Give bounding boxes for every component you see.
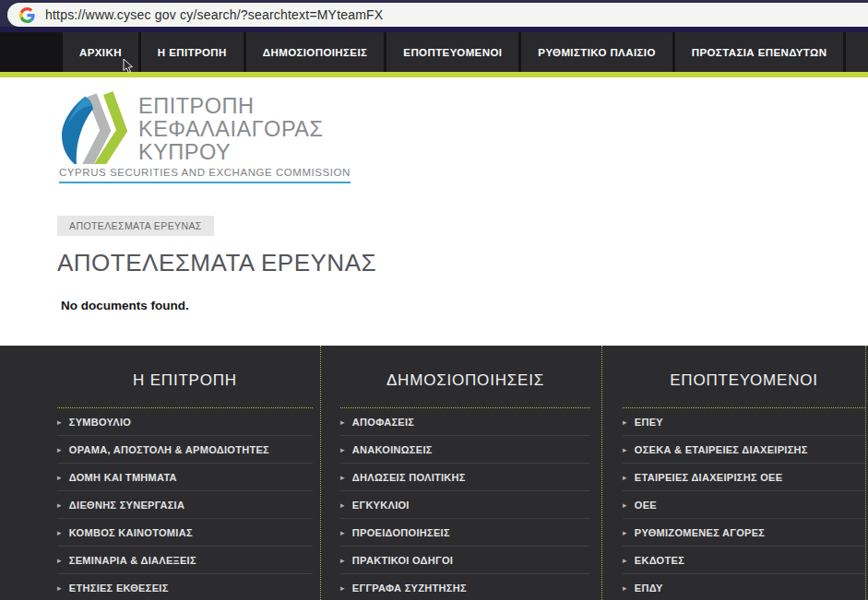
mouse-cursor-icon — [122, 58, 134, 74]
footer-link-label: ΕΠΔΥ — [635, 582, 663, 594]
footer-link-label: ΕΤΗΣΙΕΣ ΕΚΘΕΣΕΙΣ — [69, 582, 169, 594]
footer-link[interactable]: ▸ΕΓΓΡΑΦΑ ΣΥΖΗΤΗΣΗΣ — [340, 574, 590, 600]
bullet-arrow-icon: ▸ — [340, 418, 345, 427]
footer-heading: Η ΕΠΙΤΡΟΠΗ — [57, 371, 313, 390]
bullet-arrow-icon: ▸ — [57, 583, 62, 593]
footer-heading: ΕΠΟΠΤΕΥΟΜΕΝΟΙ — [623, 371, 865, 390]
nav-item-investor-protection[interactable]: ΠΡΟΣΤΑΣΙΑ ΕΠΕΝΔΥΤΩΝ — [675, 32, 844, 72]
browser-chrome: https://www.cysec gov cy/search/?searcht… — [0, 0, 868, 32]
footer-link[interactable]: ▸ΠΡΟΕΙΔΟΠΟΙΗΣΕΙΣ — [340, 519, 590, 547]
footer-link-label: ΕΓΚΥΚΛΙΟΙ — [352, 500, 410, 511]
bullet-arrow-icon: ▸ — [623, 473, 627, 482]
footer-link-label: ΕΓΓΡΑΦΑ ΣΥΖΗΤΗΣΗΣ — [352, 582, 467, 594]
footer-link[interactable]: ▸ΕΚΔΟΤΕΣ — [623, 547, 865, 574]
bullet-arrow-icon: ▸ — [340, 583, 345, 593]
main-content: ΕΠΙΤΡΟΠΗ ΚΕΦΑΛΑΙΑΓΟΡΑΣ ΚΥΠΡΟΥ CYPRUS SEC… — [0, 77, 868, 346]
footer-link-label: ΔΟΜΗ ΚΑΙ ΤΜΗΜΑΤΑ — [69, 472, 177, 483]
footer-link-label: ΠΡΟΕΙΔΟΠΟΙΗΣΕΙΣ — [352, 527, 450, 538]
footer-link[interactable]: ▸ΑΝΑΚΟΙΝΩΣΕΙΣ — [340, 436, 590, 464]
footer-column-commission: Η ΕΠΙΤΡΟΠΗ ▸ΣΥΜΒΟΥΛΙΟ ▸ΟΡΑΜΑ, ΑΠΟΣΤΟΛΗ &… — [0, 346, 321, 600]
bullet-arrow-icon: ▸ — [623, 583, 627, 593]
footer-link[interactable]: ▸ΟΕΕ — [623, 491, 865, 519]
footer-link-label: ΕΠΕΥ — [635, 417, 663, 428]
nav-item-regulatory-framework[interactable]: ΡΥΘΜΙΣΤΙΚΟ ΠΛΑΙΣΙΟ — [521, 32, 672, 72]
logo-title: ΕΠΙΤΡΟΠΗ ΚΕΦΑΛΑΙΑΓΟΡΑΣ ΚΥΠΡΟΥ — [138, 95, 324, 164]
footer-heading: ΔΗΜΟΣΙΟΠΟΙΗΣΕΙΣ — [340, 371, 590, 390]
footer-link[interactable]: ▸ΟΣΕΚΑ & ΕΤΑΙΡΕΙΕΣ ΔΙΑΧΕΙΡΙΣΗΣ — [623, 436, 865, 464]
footer-link-label: ΔΗΛΩΣΕΙΣ ΠΟΛΙΤΙΚΗΣ — [352, 472, 466, 483]
footer-link[interactable]: ▸ΑΠΟΦΑΣΕΙΣ — [340, 408, 590, 436]
logo-title-line3: ΚΥΠΡΟΥ — [138, 141, 324, 164]
url-text[interactable]: https://www.cysec gov cy/search/?searcht… — [45, 7, 383, 22]
nav-item-regulated-entities[interactable]: ΕΠΟΠΤΕΥΟΜΕΝΟΙ — [386, 32, 518, 72]
nav-item-publications[interactable]: ΔΗΜΟΣΙΟΠΟΙΗΣΕΙΣ — [246, 32, 385, 72]
page-title: ΑΠΟΤΕΛΕΣΜΑΤΑ ΕΡΕΥΝΑΣ — [57, 249, 376, 277]
bullet-arrow-icon: ▸ — [57, 418, 62, 427]
bullet-arrow-icon: ▸ — [623, 500, 627, 510]
no-results-message: No documents found. — [61, 299, 189, 312]
footer-link[interactable]: ▸ΕΓΚΥΚΛΙΟΙ — [340, 491, 590, 519]
footer-link-label: ΔΙΕΘΝΗΣ ΣΥΝΕΡΓΑΣΙΑ — [69, 500, 184, 511]
nav-spacer — [846, 32, 868, 72]
footer: Η ΕΠΙΤΡΟΠΗ ▸ΣΥΜΒΟΥΛΙΟ ▸ΟΡΑΜΑ, ΑΠΟΣΤΟΛΗ &… — [0, 346, 868, 600]
footer-link[interactable]: ▸ΟΡΑΜΑ, ΑΠΟΣΤΟΛΗ & ΑΡΜΟΔΙΟΤΗΤΕΣ — [57, 436, 313, 464]
footer-link[interactable]: ▸ΔΟΜΗ ΚΑΙ ΤΜΗΜΑΤΑ — [57, 464, 313, 491]
footer-link[interactable]: ▸ΕΤΗΣΙΕΣ ΕΚΘΕΣΕΙΣ — [57, 574, 313, 600]
footer-link[interactable]: ▸ΡΥΘΜΙΖΟΜΕΝΕΣ ΑΓΟΡΕΣ — [623, 519, 865, 547]
breadcrumb: ΑΠΟΤΕΛΕΣΜΑΤΑ ΕΡΕΥΝΑΣ — [57, 216, 214, 236]
bullet-arrow-icon: ▸ — [623, 556, 627, 565]
bullet-arrow-icon: ▸ — [57, 445, 62, 454]
footer-link-label: ΟΡΑΜΑ, ΑΠΟΣΤΟΛΗ & ΑΡΜΟΔΙΟΤΗΤΕΣ — [69, 444, 269, 455]
footer-link-label: ΠΡΑΚΤΙΚΟΙ ΟΔΗΓΟΙ — [352, 555, 453, 566]
footer-link-label: ΕΚΔΟΤΕΣ — [635, 555, 684, 566]
cysec-logo-mark — [59, 90, 127, 164]
footer-link-label: ΡΥΘΜΙΖΟΜΕΝΕΣ ΑΓΟΡΕΣ — [635, 527, 765, 538]
address-bar[interactable]: https://www.cysec gov cy/search/?searcht… — [7, 3, 868, 27]
bullet-arrow-icon: ▸ — [623, 418, 627, 427]
bullet-arrow-icon: ▸ — [623, 445, 627, 454]
bullet-arrow-icon: ▸ — [623, 528, 627, 537]
footer-link-label: ΟΣΕΚΑ & ΕΤΑΙΡΕΙΕΣ ΔΙΑΧΕΙΡΙΣΗΣ — [635, 444, 808, 455]
footer-link[interactable]: ▸ΣΥΜΒΟΥΛΙΟ — [57, 408, 313, 436]
bullet-arrow-icon: ▸ — [340, 473, 345, 482]
footer-link[interactable]: ▸ΚΟΜΒΟΣ ΚΑΙΝΟΤΟΜΙΑΣ — [57, 519, 313, 547]
footer-link-label: ΑΝΑΚΟΙΝΩΣΕΙΣ — [352, 444, 433, 455]
footer-link[interactable]: ▸ΣΕΜΙΝΑΡΙΑ & ΔΙΑΛΕΞΕΙΣ — [57, 547, 313, 574]
logo-title-line2: ΚΕΦΑΛΑΙΑΓΟΡΑΣ — [138, 118, 324, 141]
footer-link[interactable]: ▸ΔΙΕΘΝΗΣ ΣΥΝΕΡΓΑΣΙΑ — [57, 491, 313, 519]
nav-item-commission[interactable]: Η ΕΠΙΤΡΟΠΗ — [141, 32, 244, 72]
footer-link-label: ΣΕΜΙΝΑΡΙΑ & ΔΙΑΛΕΞΕΙΣ — [69, 555, 196, 566]
bullet-arrow-icon: ▸ — [57, 556, 62, 565]
footer-link[interactable]: ▸ΔΗΛΩΣΕΙΣ ΠΟΛΙΤΙΚΗΣ — [340, 464, 590, 491]
footer-link-label: ΑΠΟΦΑΣΕΙΣ — [352, 417, 414, 428]
google-g-icon — [19, 7, 35, 23]
bullet-arrow-icon: ▸ — [57, 528, 62, 537]
logo-title-line1: ΕΠΙΤΡΟΠΗ — [138, 95, 324, 118]
footer-link-label: ΣΥΜΒΟΥΛΙΟ — [69, 417, 131, 428]
footer-link[interactable]: ▸ΕΤΑΙΡΕΙΕΣ ΔΙΑΧΕΙΡΙΣΗΣ ΟΕΕ — [623, 464, 865, 491]
bullet-arrow-icon: ▸ — [340, 500, 345, 510]
logo-subtitle: CYPRUS SECURITIES AND EXCHANGE COMMISSIO… — [59, 167, 351, 183]
bullet-arrow-icon: ▸ — [340, 445, 345, 454]
footer-link-label: ΚΟΜΒΟΣ ΚΑΙΝΟΤΟΜΙΑΣ — [69, 527, 193, 538]
bullet-arrow-icon: ▸ — [340, 528, 345, 537]
footer-link[interactable]: ▸ΠΡΑΚΤΙΚΟΙ ΟΔΗΓΟΙ — [340, 547, 590, 574]
bullet-arrow-icon: ▸ — [57, 473, 62, 482]
footer-link-label: ΟΕΕ — [635, 500, 657, 511]
bullet-arrow-icon: ▸ — [57, 500, 62, 510]
footer-link[interactable]: ▸ΕΠΕΥ — [623, 408, 865, 436]
footer-column-regulated: ΕΠΟΠΤΕΥΟΜΕΝΟΙ ▸ΕΠΕΥ ▸ΟΣΕΚΑ & ΕΤΑΙΡΕΙΕΣ Δ… — [602, 346, 866, 600]
footer-link[interactable]: ▸ΕΠΔΥ — [623, 574, 865, 600]
footer-link-label: ΕΤΑΙΡΕΙΕΣ ΔΙΑΧΕΙΡΙΣΗΣ ΟΕΕ — [635, 472, 783, 483]
cysec-logo[interactable]: ΕΠΙΤΡΟΠΗ ΚΕΦΑΛΑΙΑΓΟΡΑΣ ΚΥΠΡΟΥ CYPRUS SEC… — [59, 90, 351, 183]
bullet-arrow-icon: ▸ — [340, 556, 345, 565]
footer-column-publications: ΔΗΜΟΣΙΟΠΟΙΗΣΕΙΣ ▸ΑΠΟΦΑΣΕΙΣ ▸ΑΝΑΚΟΙΝΩΣΕΙΣ… — [321, 346, 602, 600]
